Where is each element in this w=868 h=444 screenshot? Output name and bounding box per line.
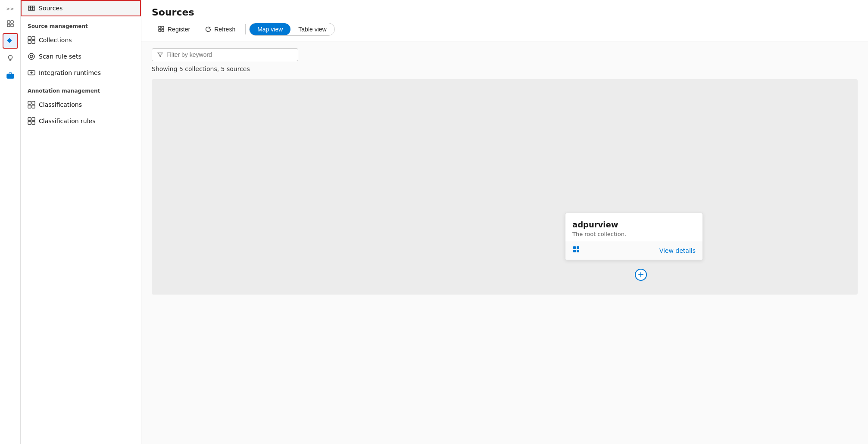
source-management-section: Source management — [21, 16, 141, 32]
svg-rect-0 — [7, 21, 10, 23]
svg-rect-17 — [32, 105, 35, 108]
collections-icon — [28, 36, 35, 44]
card-title: adpurview — [572, 220, 696, 229]
toolbar-divider — [245, 24, 246, 34]
view-details-link[interactable]: View details — [659, 247, 696, 254]
sources-icon — [28, 4, 35, 12]
register-icon — [158, 26, 165, 33]
register-button[interactable]: Register — [152, 23, 197, 36]
sources-label: Sources — [39, 5, 62, 12]
card-subtitle: The root collection. — [572, 231, 696, 237]
sidebar-item-classifications[interactable]: Classifications — [21, 96, 141, 113]
expand-collection-button[interactable] — [635, 269, 647, 281]
svg-rect-16 — [28, 105, 31, 108]
svg-rect-1 — [11, 21, 13, 23]
svg-rect-4 — [7, 38, 12, 43]
svg-rect-14 — [28, 101, 31, 104]
annotation-management-section: Annotation management — [21, 81, 141, 96]
svg-rect-22 — [159, 26, 161, 28]
svg-rect-19 — [32, 118, 35, 121]
classification-rules-icon — [28, 117, 35, 125]
nav-purview-button[interactable] — [3, 33, 18, 49]
main-content: Sources Register Refresh — [141, 0, 868, 444]
card-grid-icon — [572, 245, 581, 255]
refresh-button[interactable]: Refresh — [198, 23, 242, 36]
filter-bar — [152, 48, 298, 61]
classification-rules-label: Classification rules — [39, 118, 96, 124]
svg-rect-10 — [32, 40, 35, 43]
summary-text: Showing 5 collections, 5 sources — [152, 65, 858, 72]
sidebar: Sources Source management Collections Sc… — [21, 0, 141, 444]
classifications-icon — [28, 101, 35, 109]
svg-rect-9 — [28, 40, 31, 43]
svg-rect-8 — [32, 37, 35, 40]
table-view-button[interactable]: Table view — [290, 23, 334, 35]
card-header: adpurview The root collection. — [565, 213, 703, 241]
integration-runtimes-icon — [28, 69, 35, 77]
main-header: Sources Register Refresh — [141, 0, 868, 41]
nav-layers-button[interactable] — [3, 16, 18, 31]
refresh-label: Refresh — [214, 26, 235, 33]
nav-briefcase-button[interactable] — [3, 68, 18, 83]
page-title: Sources — [152, 7, 858, 18]
sidebar-item-sources[interactable]: Sources — [21, 0, 141, 16]
map-area[interactable]: adpurview The root collection. View deta… — [152, 79, 858, 295]
svg-rect-7 — [28, 37, 31, 40]
view-toggle: Map view Table view — [249, 23, 335, 36]
classifications-label: Classifications — [39, 101, 82, 108]
sidebar-item-integration-runtimes[interactable]: Integration runtimes — [21, 65, 141, 81]
svg-rect-25 — [162, 29, 164, 31]
integration-runtimes-label: Integration runtimes — [39, 69, 101, 76]
svg-rect-29 — [577, 250, 579, 252]
svg-rect-26 — [573, 246, 576, 249]
scan-rule-sets-label: Scan rule sets — [39, 53, 81, 60]
sidebar-item-scan-rule-sets[interactable]: Scan rule sets — [21, 48, 141, 65]
scan-rule-sets-icon — [28, 53, 35, 60]
card-footer: View details — [565, 241, 703, 260]
svg-rect-18 — [28, 118, 31, 121]
toolbar: Register Refresh Map view Table view — [152, 23, 858, 41]
svg-rect-28 — [573, 250, 576, 252]
plus-icon — [638, 272, 644, 278]
filter-input[interactable] — [166, 51, 293, 58]
svg-rect-23 — [162, 26, 164, 28]
map-view-button[interactable]: Map view — [250, 23, 290, 35]
register-label: Register — [168, 26, 190, 33]
refresh-icon — [205, 26, 212, 33]
svg-point-12 — [30, 55, 33, 58]
svg-rect-3 — [11, 24, 13, 27]
svg-rect-20 — [28, 121, 31, 124]
filter-icon — [157, 52, 163, 58]
sidebar-item-classification-rules[interactable]: Classification rules — [21, 113, 141, 129]
icon-rail: >> — [0, 0, 21, 444]
svg-point-11 — [28, 53, 34, 59]
collections-label: Collections — [39, 37, 72, 43]
svg-rect-2 — [7, 24, 10, 27]
svg-rect-27 — [577, 246, 579, 249]
svg-point-5 — [8, 56, 12, 59]
sidebar-item-collections[interactable]: Collections — [21, 32, 141, 48]
collection-card: adpurview The root collection. View deta… — [565, 213, 703, 260]
content-area: Showing 5 collections, 5 sources adpurvi… — [141, 41, 868, 444]
svg-rect-24 — [159, 29, 161, 31]
expand-rail-button[interactable]: >> — [4, 3, 16, 14]
nav-lightbulb-button[interactable] — [3, 50, 18, 66]
svg-rect-6 — [7, 74, 14, 78]
svg-rect-21 — [32, 121, 35, 124]
